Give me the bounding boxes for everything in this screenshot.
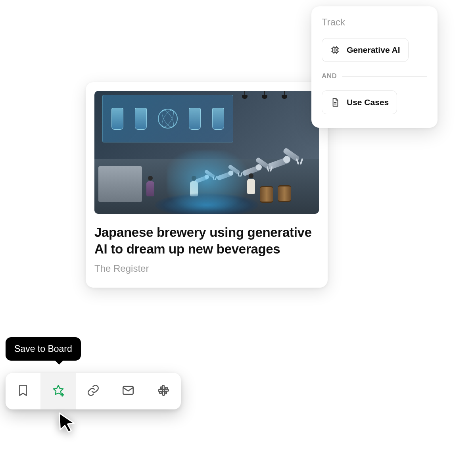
document-icon: [330, 97, 340, 108]
svg-rect-17: [163, 391, 165, 396]
save-to-board-button[interactable]: [40, 373, 75, 409]
tooltip-text: Save to Board: [14, 344, 72, 354]
mail-icon: [121, 384, 135, 399]
action-toolbar: [6, 373, 181, 409]
share-slack-button[interactable]: [146, 373, 181, 409]
cursor-pointer-icon: [56, 410, 78, 432]
svg-rect-15: [162, 385, 164, 390]
svg-rect-18: [158, 390, 163, 392]
article-card[interactable]: Japanese brewery using generative AI to …: [86, 82, 328, 288]
track-filter-generative-ai[interactable]: Generative AI: [322, 38, 409, 62]
star-plus-icon: [52, 384, 65, 399]
track-filter-label: Use Cases: [347, 98, 389, 107]
email-button[interactable]: [111, 373, 146, 409]
track-panel: Track Generative AI AND Use: [311, 6, 438, 128]
article-thumbnail: [94, 91, 319, 214]
svg-rect-1: [334, 49, 336, 51]
svg-rect-16: [164, 389, 169, 391]
article-source: The Register: [94, 263, 319, 274]
cpu-icon: [330, 45, 340, 55]
article-title: Japanese brewery using generative AI to …: [94, 224, 319, 257]
save-to-board-tooltip: Save to Board: [6, 337, 81, 361]
track-filter-use-cases[interactable]: Use Cases: [322, 90, 397, 114]
svg-rect-0: [333, 48, 338, 53]
filter-operator-divider: AND: [322, 72, 427, 80]
link-icon: [86, 384, 100, 399]
copy-link-button[interactable]: [76, 373, 111, 409]
bookmark-button[interactable]: [6, 373, 40, 409]
bookmark-icon: [16, 384, 30, 399]
track-filter-label: Generative AI: [347, 45, 400, 55]
divider-line: [342, 76, 427, 77]
track-heading: Track: [322, 17, 427, 28]
slack-icon: [157, 384, 170, 399]
filter-operator-label: AND: [322, 72, 337, 80]
